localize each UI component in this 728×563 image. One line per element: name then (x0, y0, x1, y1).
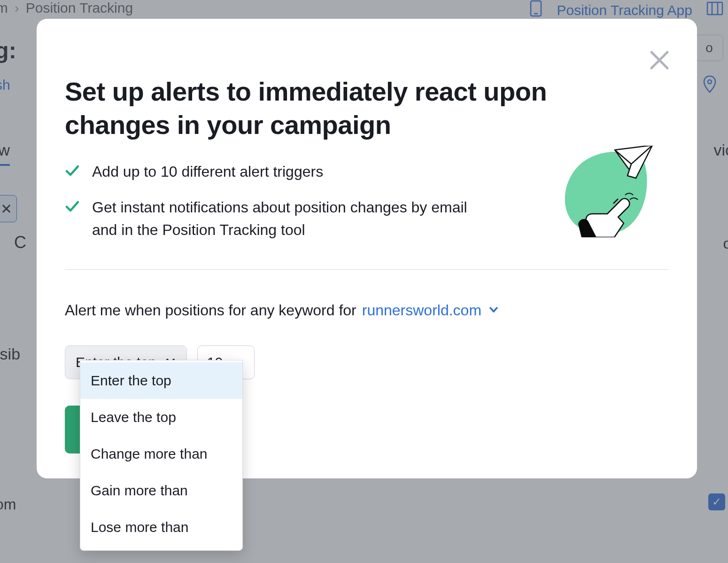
close-button[interactable] (645, 47, 674, 75)
domain-name: runnersworld.com (362, 302, 481, 319)
dropdown-option-lose-more[interactable]: Lose more than (80, 509, 242, 546)
bullet-item: Get instant notifications about position… (65, 196, 488, 241)
alert-sentence: Alert me when positions for any keyword … (65, 302, 669, 319)
modal-title: Set up alerts to immediately react upon … (65, 75, 591, 141)
paper-plane-illustration (563, 146, 657, 237)
bullet-text: Get instant notifications about position… (92, 196, 488, 241)
bullet-item: Add up to 10 different alert triggers (65, 160, 488, 183)
dropdown-option-gain-more[interactable]: Gain more than (80, 472, 242, 509)
sentence-prefix: Alert me when positions for any keyword … (65, 302, 356, 319)
bullet-list: Add up to 10 different alert triggers Ge… (65, 160, 488, 241)
check-icon (65, 199, 80, 214)
close-icon (649, 49, 670, 73)
check-icon (65, 163, 80, 178)
bullet-text: Add up to 10 different alert triggers (92, 160, 323, 183)
trigger-type-dropdown: Enter the top Leave the top Change more … (80, 360, 243, 551)
dropdown-option-enter-top[interactable]: Enter the top (80, 362, 242, 399)
dropdown-option-leave-top[interactable]: Leave the top (80, 399, 242, 436)
dropdown-option-change-more[interactable]: Change more than (80, 436, 242, 472)
divider (65, 269, 669, 270)
domain-selector[interactable]: runnersworld.com (362, 302, 499, 319)
chevron-down-icon (488, 302, 499, 319)
